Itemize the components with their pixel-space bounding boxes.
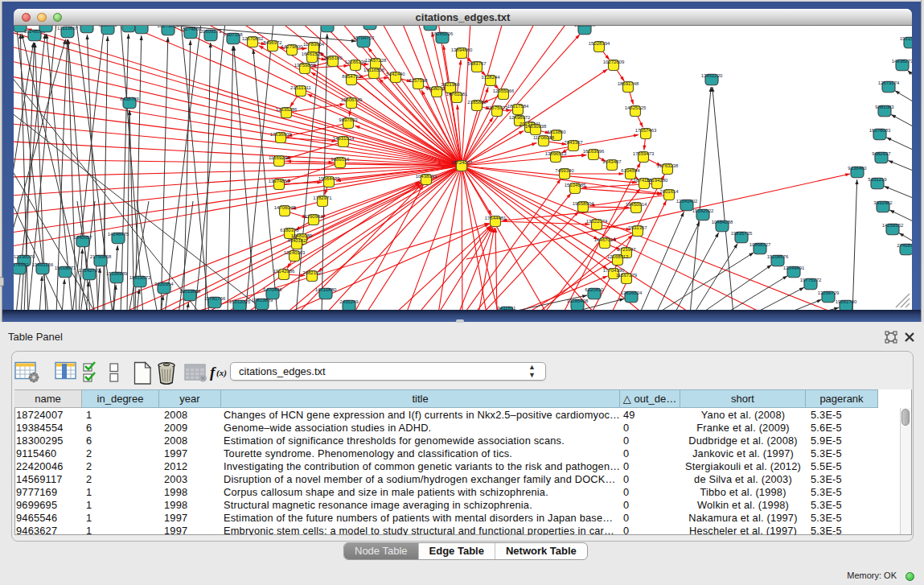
svg-text:13759885: 13759885 bbox=[294, 63, 316, 68]
svg-text:19493156: 19493156 bbox=[32, 262, 54, 267]
svg-text:18691748: 18691748 bbox=[618, 81, 639, 86]
svg-text:6320810: 6320810 bbox=[585, 287, 604, 292]
svg-text:16378083: 16378083 bbox=[869, 128, 891, 133]
svg-text:9136480: 9136480 bbox=[848, 166, 867, 171]
svg-text:17559473: 17559473 bbox=[633, 151, 655, 156]
svg-text:19450014: 19450014 bbox=[626, 202, 647, 207]
svg-text:11567379: 11567379 bbox=[616, 273, 638, 278]
svg-text:f: f bbox=[210, 364, 216, 381]
svg-text:19664473: 19664473 bbox=[318, 176, 340, 181]
svg-text:2001614: 2001614 bbox=[659, 189, 679, 194]
svg-text:18285026: 18285026 bbox=[432, 31, 454, 36]
svg-text:15106989: 15106989 bbox=[106, 271, 128, 276]
svg-text:8438789: 8438789 bbox=[120, 97, 139, 101]
svg-text:18194280: 18194280 bbox=[647, 178, 668, 183]
svg-text:11033888: 11033888 bbox=[179, 289, 201, 294]
svg-text:15506749: 15506749 bbox=[341, 97, 363, 102]
svg-text:17357463: 17357463 bbox=[635, 128, 657, 133]
svg-text:11783604: 11783604 bbox=[303, 42, 325, 47]
svg-text:3021960: 3021960 bbox=[441, 82, 460, 87]
svg-text:19315853: 19315853 bbox=[900, 36, 912, 41]
svg-text:18317584: 18317584 bbox=[507, 104, 529, 109]
svg-text:13113607: 13113607 bbox=[57, 26, 79, 31]
svg-text:12673174: 12673174 bbox=[878, 80, 900, 85]
svg-text:10272609: 10272609 bbox=[603, 60, 625, 64]
svg-text:21750858: 21750858 bbox=[90, 254, 112, 259]
svg-text:6813860: 6813860 bbox=[547, 130, 566, 134]
svg-text:18724007: 18724007 bbox=[451, 160, 473, 165]
svg-text:14706049: 14706049 bbox=[274, 205, 296, 210]
svg-text:3933982: 3933982 bbox=[873, 200, 893, 205]
svg-text:12670852: 12670852 bbox=[242, 36, 264, 41]
svg-text:11659296: 11659296 bbox=[269, 155, 290, 160]
svg-text:10438393: 10438393 bbox=[416, 174, 437, 179]
svg-text:10868327: 10868327 bbox=[749, 242, 771, 247]
svg-text:14525125: 14525125 bbox=[625, 105, 647, 110]
svg-text:14256552: 14256552 bbox=[882, 223, 904, 228]
svg-text:13349491: 13349491 bbox=[783, 266, 805, 270]
svg-text:9220354: 9220354 bbox=[154, 282, 174, 286]
svg-text:13256729: 13256729 bbox=[818, 290, 840, 295]
svg-text:16461522: 16461522 bbox=[302, 51, 323, 56]
svg-text:15028394: 15028394 bbox=[589, 41, 610, 46]
svg-text:5142440: 5142440 bbox=[386, 72, 405, 76]
svg-text:10484288: 10484288 bbox=[712, 220, 733, 225]
svg-text:19182522: 19182522 bbox=[692, 208, 714, 213]
svg-text:12457228: 12457228 bbox=[365, 58, 387, 63]
svg-text:17636609: 17636609 bbox=[270, 132, 292, 137]
svg-text:17542707: 17542707 bbox=[79, 268, 101, 273]
svg-text:13322074: 13322074 bbox=[586, 219, 608, 224]
svg-text:9531357: 9531357 bbox=[628, 225, 647, 230]
svg-text:9897803: 9897803 bbox=[339, 117, 358, 122]
svg-text:2185880: 2185880 bbox=[467, 100, 487, 105]
svg-text:17644481: 17644481 bbox=[485, 216, 507, 220]
svg-text:18819572: 18819572 bbox=[129, 275, 151, 280]
svg-text:15781766: 15781766 bbox=[204, 296, 226, 301]
svg-text:16163696: 16163696 bbox=[583, 149, 605, 154]
svg-text:5678662: 5678662 bbox=[14, 262, 29, 267]
svg-text:12955066: 12955066 bbox=[493, 89, 515, 93]
svg-text:20273854: 20273854 bbox=[158, 26, 179, 28]
svg-text:2723947: 2723947 bbox=[617, 247, 636, 252]
svg-text:7843367: 7843367 bbox=[564, 140, 583, 145]
svg-text:19142986: 19142986 bbox=[273, 269, 295, 274]
svg-text:8054730: 8054730 bbox=[342, 74, 361, 79]
svg-text:15018871: 15018871 bbox=[55, 266, 76, 270]
svg-text:6104544: 6104544 bbox=[621, 168, 640, 173]
svg-text:15104685: 15104685 bbox=[565, 183, 586, 187]
svg-text:2435249: 2435249 bbox=[339, 299, 359, 304]
svg-text:4540162: 4540162 bbox=[287, 238, 306, 243]
svg-text:3290961: 3290961 bbox=[304, 214, 323, 219]
svg-text:18283089: 18283089 bbox=[574, 26, 596, 27]
svg-text:2745831: 2745831 bbox=[897, 243, 912, 248]
svg-text:12336070: 12336070 bbox=[14, 254, 35, 259]
svg-text:19558504: 19558504 bbox=[573, 201, 594, 206]
svg-text:19835735: 19835735 bbox=[731, 231, 753, 236]
svg-text:2555160: 2555160 bbox=[323, 56, 343, 60]
svg-text:3128244: 3128244 bbox=[481, 75, 500, 80]
svg-text:19561700: 19561700 bbox=[836, 299, 857, 304]
svg-text:9682637: 9682637 bbox=[872, 151, 891, 156]
svg-text:14938273: 14938273 bbox=[892, 59, 912, 64]
svg-text:15208576: 15208576 bbox=[767, 254, 789, 259]
svg-text:12498972: 12498972 bbox=[509, 115, 531, 120]
svg-text:12168513: 12168513 bbox=[607, 254, 629, 259]
svg-text:18704753: 18704753 bbox=[353, 35, 375, 40]
svg-text:14467004: 14467004 bbox=[594, 237, 616, 242]
svg-text:14279800: 14279800 bbox=[281, 44, 303, 49]
svg-text:11706038: 11706038 bbox=[533, 135, 555, 140]
svg-text:13894660: 13894660 bbox=[451, 47, 473, 52]
svg-text:14761081: 14761081 bbox=[446, 92, 468, 97]
svg-text:6470446: 6470446 bbox=[263, 287, 282, 292]
svg-text:7459340: 7459340 bbox=[555, 168, 574, 173]
svg-text:1782971: 1782971 bbox=[313, 196, 332, 200]
svg-text:8257598: 8257598 bbox=[409, 78, 428, 83]
svg-text:9411531: 9411531 bbox=[498, 306, 517, 310]
svg-text:1840057: 1840057 bbox=[73, 235, 92, 240]
svg-text:12140163: 12140163 bbox=[284, 250, 306, 255]
svg-text:8496972: 8496972 bbox=[263, 40, 282, 45]
svg-text:7507158: 7507158 bbox=[224, 32, 243, 37]
svg-text:14146475: 14146475 bbox=[108, 232, 129, 237]
svg-text:21511311: 21511311 bbox=[290, 85, 311, 90]
svg-text:13896513: 13896513 bbox=[545, 151, 567, 156]
